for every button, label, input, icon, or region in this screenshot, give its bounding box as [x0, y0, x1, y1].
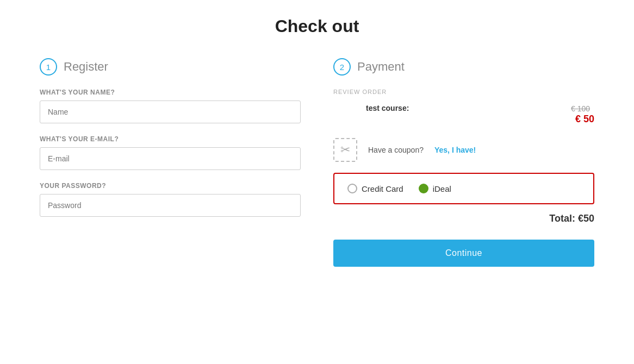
name-field-group: WHAT'S YOUR NAME?: [40, 89, 301, 123]
continue-button[interactable]: Continue: [333, 240, 594, 267]
password-label: YOUR PASSWORD?: [40, 182, 301, 190]
price-original: € 100: [571, 104, 590, 113]
course-name: test course:: [333, 104, 571, 112]
coupon-scissors-icon: ✂: [333, 138, 357, 162]
scissors-symbol: ✂: [340, 144, 350, 156]
ideal-radio[interactable]: [419, 184, 428, 193]
coupon-row: ✂ Have a coupon? Yes, I have!: [333, 138, 594, 162]
step-circle-payment: 2: [333, 58, 351, 76]
page-title: Check out: [40, 11, 594, 36]
ideal-label: iDeal: [433, 184, 451, 193]
total-label: Total: €50: [333, 213, 594, 224]
register-header: 1 Register: [40, 58, 301, 76]
payment-method-box: Credit Card iDeal: [333, 173, 594, 204]
order-row: test course: € 100 € 50: [333, 104, 594, 125]
price-discounted: € 50: [575, 114, 594, 124]
name-label: WHAT'S YOUR NAME?: [40, 89, 301, 96]
register-title: Register: [64, 60, 108, 74]
payment-header: 2 Payment: [333, 58, 594, 76]
credit-card-option[interactable]: Credit Card: [347, 184, 403, 193]
password-input[interactable]: [40, 194, 301, 217]
email-input[interactable]: [40, 147, 301, 170]
review-order-label: REVIEW ORDER: [333, 89, 594, 95]
email-field-group: WHAT'S YOUR E-MAIL?: [40, 135, 301, 170]
password-field-group: YOUR PASSWORD?: [40, 182, 301, 217]
credit-card-radio[interactable]: [347, 184, 357, 193]
register-section: 1 Register WHAT'S YOUR NAME? WHAT'S YOUR…: [40, 58, 301, 267]
step-circle-register: 1: [40, 58, 57, 76]
coupon-link[interactable]: Yes, I have!: [434, 146, 476, 154]
payment-section: 2 Payment REVIEW ORDER test course: € 10…: [333, 58, 594, 267]
coupon-text: Have a coupon?: [368, 146, 424, 154]
name-input[interactable]: [40, 101, 301, 123]
email-label: WHAT'S YOUR E-MAIL?: [40, 135, 301, 143]
price-col: € 100 € 50: [571, 104, 594, 125]
credit-card-label: Credit Card: [362, 184, 403, 193]
ideal-option[interactable]: iDeal: [419, 184, 451, 193]
payment-title: Payment: [357, 60, 405, 74]
